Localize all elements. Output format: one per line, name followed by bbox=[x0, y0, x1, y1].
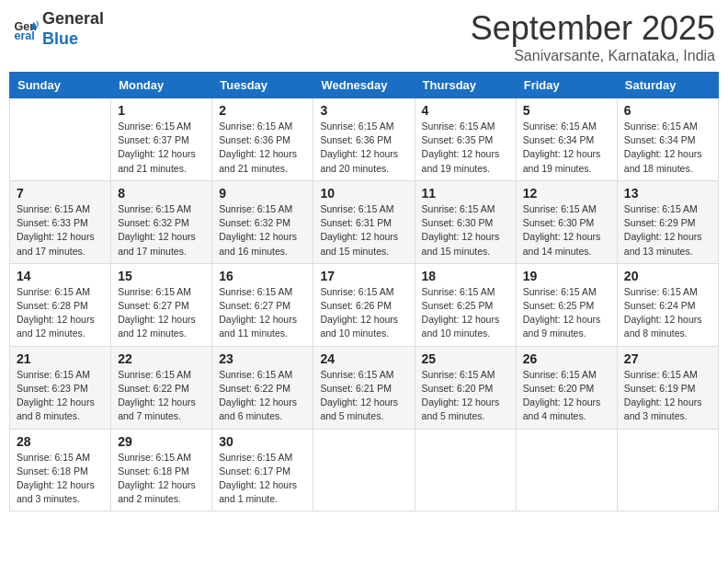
day-number: 19 bbox=[523, 269, 610, 283]
header-saturday: Saturday bbox=[617, 73, 718, 98]
day-info: Sunrise: 6:15 AM Sunset: 6:19 PM Dayligh… bbox=[624, 368, 711, 424]
calendar-cell: 19Sunrise: 6:15 AM Sunset: 6:25 PM Dayli… bbox=[516, 263, 617, 346]
day-number: 16 bbox=[219, 269, 306, 283]
calendar-cell: 9Sunrise: 6:15 AM Sunset: 6:32 PM Daylig… bbox=[212, 180, 313, 263]
title-area: September 2025 Sanivarsante, Karnataka, … bbox=[471, 9, 715, 64]
logo-icon: Gen eral bbox=[13, 17, 39, 42]
calendar-cell: 5Sunrise: 6:15 AM Sunset: 6:34 PM Daylig… bbox=[516, 98, 617, 181]
calendar-cell: 20Sunrise: 6:15 AM Sunset: 6:24 PM Dayli… bbox=[617, 263, 718, 346]
day-info: Sunrise: 6:15 AM Sunset: 6:35 PM Dayligh… bbox=[422, 120, 509, 176]
day-number: 22 bbox=[118, 351, 205, 366]
calendar-cell: 29Sunrise: 6:15 AM Sunset: 6:18 PM Dayli… bbox=[111, 429, 212, 511]
day-number: 4 bbox=[422, 103, 509, 118]
calendar-cell: 3Sunrise: 6:15 AM Sunset: 6:36 PM Daylig… bbox=[313, 98, 415, 181]
day-number: 26 bbox=[523, 351, 610, 366]
calendar-cell: 1Sunrise: 6:15 AM Sunset: 6:37 PM Daylig… bbox=[111, 98, 212, 181]
calendar-cell: 24Sunrise: 6:15 AM Sunset: 6:21 PM Dayli… bbox=[313, 346, 415, 429]
day-number: 10 bbox=[320, 186, 407, 201]
week-row-5: 28Sunrise: 6:15 AM Sunset: 6:18 PM Dayli… bbox=[10, 429, 719, 511]
day-number: 2 bbox=[219, 103, 306, 118]
header-sunday: Sunday bbox=[10, 73, 111, 98]
header-friday: Friday bbox=[516, 73, 617, 98]
calendar-cell: 23Sunrise: 6:15 AM Sunset: 6:22 PM Dayli… bbox=[212, 346, 313, 429]
day-number: 25 bbox=[422, 351, 509, 366]
day-number: 5 bbox=[523, 103, 610, 118]
day-info: Sunrise: 6:15 AM Sunset: 6:28 PM Dayligh… bbox=[17, 285, 104, 341]
week-row-2: 7Sunrise: 6:15 AM Sunset: 6:33 PM Daylig… bbox=[10, 180, 719, 263]
calendar-table: SundayMondayTuesdayWednesdayThursdayFrid… bbox=[9, 72, 719, 511]
day-number: 15 bbox=[118, 269, 205, 283]
calendar-cell: 11Sunrise: 6:15 AM Sunset: 6:30 PM Dayli… bbox=[415, 180, 516, 263]
day-number: 29 bbox=[118, 434, 205, 449]
calendar-cell: 27Sunrise: 6:15 AM Sunset: 6:19 PM Dayli… bbox=[617, 346, 718, 429]
calendar-cell: 8Sunrise: 6:15 AM Sunset: 6:32 PM Daylig… bbox=[111, 180, 212, 263]
day-number: 6 bbox=[624, 103, 711, 118]
day-info: Sunrise: 6:15 AM Sunset: 6:31 PM Dayligh… bbox=[320, 202, 407, 259]
calendar-cell: 14Sunrise: 6:15 AM Sunset: 6:28 PM Dayli… bbox=[10, 263, 111, 346]
calendar-cell: 2Sunrise: 6:15 AM Sunset: 6:36 PM Daylig… bbox=[212, 98, 313, 181]
day-info: Sunrise: 6:15 AM Sunset: 6:25 PM Dayligh… bbox=[422, 285, 509, 341]
calendar-cell: 10Sunrise: 6:15 AM Sunset: 6:31 PM Dayli… bbox=[313, 180, 415, 263]
week-row-4: 21Sunrise: 6:15 AM Sunset: 6:23 PM Dayli… bbox=[10, 346, 719, 429]
week-row-1: 1Sunrise: 6:15 AM Sunset: 6:37 PM Daylig… bbox=[10, 98, 719, 181]
day-info: Sunrise: 6:15 AM Sunset: 6:21 PM Dayligh… bbox=[320, 368, 407, 424]
calendar-cell bbox=[415, 429, 516, 511]
day-info: Sunrise: 6:15 AM Sunset: 6:22 PM Dayligh… bbox=[219, 368, 306, 424]
svg-text:eral: eral bbox=[14, 29, 34, 42]
day-info: Sunrise: 6:15 AM Sunset: 6:23 PM Dayligh… bbox=[17, 368, 104, 424]
calendar-cell: 17Sunrise: 6:15 AM Sunset: 6:26 PM Dayli… bbox=[313, 263, 415, 346]
location-subtitle: Sanivarsante, Karnataka, India bbox=[471, 48, 715, 64]
calendar-cell bbox=[10, 98, 111, 181]
calendar-cell: 26Sunrise: 6:15 AM Sunset: 6:20 PM Dayli… bbox=[516, 346, 617, 429]
month-title: September 2025 bbox=[471, 9, 715, 48]
calendar-cell bbox=[617, 429, 718, 511]
header-tuesday: Tuesday bbox=[212, 73, 313, 98]
day-info: Sunrise: 6:15 AM Sunset: 6:32 PM Dayligh… bbox=[118, 202, 205, 259]
day-number: 20 bbox=[624, 269, 711, 283]
day-info: Sunrise: 6:15 AM Sunset: 6:29 PM Dayligh… bbox=[624, 202, 711, 259]
day-number: 8 bbox=[118, 186, 205, 201]
logo-line2: Blue bbox=[42, 29, 104, 50]
calendar-cell: 30Sunrise: 6:15 AM Sunset: 6:17 PM Dayli… bbox=[212, 429, 313, 511]
day-info: Sunrise: 6:15 AM Sunset: 6:36 PM Dayligh… bbox=[219, 120, 306, 176]
day-info: Sunrise: 6:15 AM Sunset: 6:27 PM Dayligh… bbox=[118, 285, 205, 341]
calendar-cell: 21Sunrise: 6:15 AM Sunset: 6:23 PM Dayli… bbox=[10, 346, 111, 429]
day-info: Sunrise: 6:15 AM Sunset: 6:27 PM Dayligh… bbox=[219, 285, 306, 341]
calendar-header-row: SundayMondayTuesdayWednesdayThursdayFrid… bbox=[10, 73, 719, 98]
week-row-3: 14Sunrise: 6:15 AM Sunset: 6:28 PM Dayli… bbox=[10, 263, 719, 346]
day-number: 1 bbox=[118, 103, 205, 118]
header-wednesday: Wednesday bbox=[313, 73, 415, 98]
day-info: Sunrise: 6:15 AM Sunset: 6:26 PM Dayligh… bbox=[320, 285, 407, 341]
day-info: Sunrise: 6:15 AM Sunset: 6:20 PM Dayligh… bbox=[422, 368, 509, 424]
calendar-cell: 4Sunrise: 6:15 AM Sunset: 6:35 PM Daylig… bbox=[415, 98, 516, 181]
day-info: Sunrise: 6:15 AM Sunset: 6:34 PM Dayligh… bbox=[624, 120, 711, 176]
day-number: 13 bbox=[624, 186, 711, 201]
day-number: 21 bbox=[17, 351, 104, 366]
day-number: 3 bbox=[320, 103, 407, 118]
calendar-cell: 16Sunrise: 6:15 AM Sunset: 6:27 PM Dayli… bbox=[212, 263, 313, 346]
calendar-cell: 7Sunrise: 6:15 AM Sunset: 6:33 PM Daylig… bbox=[10, 180, 111, 263]
day-info: Sunrise: 6:15 AM Sunset: 6:32 PM Dayligh… bbox=[219, 202, 306, 259]
day-info: Sunrise: 6:15 AM Sunset: 6:22 PM Dayligh… bbox=[118, 368, 205, 424]
day-info: Sunrise: 6:15 AM Sunset: 6:30 PM Dayligh… bbox=[523, 202, 610, 259]
day-info: Sunrise: 6:15 AM Sunset: 6:18 PM Dayligh… bbox=[118, 451, 205, 507]
logo-line1: General bbox=[42, 9, 104, 29]
calendar-cell: 28Sunrise: 6:15 AM Sunset: 6:18 PM Dayli… bbox=[10, 429, 111, 511]
calendar-cell bbox=[313, 429, 415, 511]
calendar-cell: 22Sunrise: 6:15 AM Sunset: 6:22 PM Dayli… bbox=[111, 346, 212, 429]
day-number: 18 bbox=[422, 269, 509, 283]
day-number: 27 bbox=[624, 351, 711, 366]
day-number: 14 bbox=[17, 269, 104, 283]
day-number: 23 bbox=[219, 351, 306, 366]
header-monday: Monday bbox=[111, 73, 212, 98]
day-info: Sunrise: 6:15 AM Sunset: 6:30 PM Dayligh… bbox=[422, 202, 509, 259]
day-number: 17 bbox=[320, 269, 407, 283]
day-info: Sunrise: 6:15 AM Sunset: 6:34 PM Dayligh… bbox=[523, 120, 610, 176]
day-info: Sunrise: 6:15 AM Sunset: 6:24 PM Dayligh… bbox=[624, 285, 711, 341]
day-number: 11 bbox=[422, 186, 509, 201]
day-info: Sunrise: 6:15 AM Sunset: 6:33 PM Dayligh… bbox=[17, 202, 104, 259]
day-number: 30 bbox=[219, 434, 306, 449]
header: Gen eral General Blue September 2025 San… bbox=[9, 9, 719, 64]
day-info: Sunrise: 6:15 AM Sunset: 6:18 PM Dayligh… bbox=[17, 451, 104, 507]
calendar-cell: 15Sunrise: 6:15 AM Sunset: 6:27 PM Dayli… bbox=[111, 263, 212, 346]
